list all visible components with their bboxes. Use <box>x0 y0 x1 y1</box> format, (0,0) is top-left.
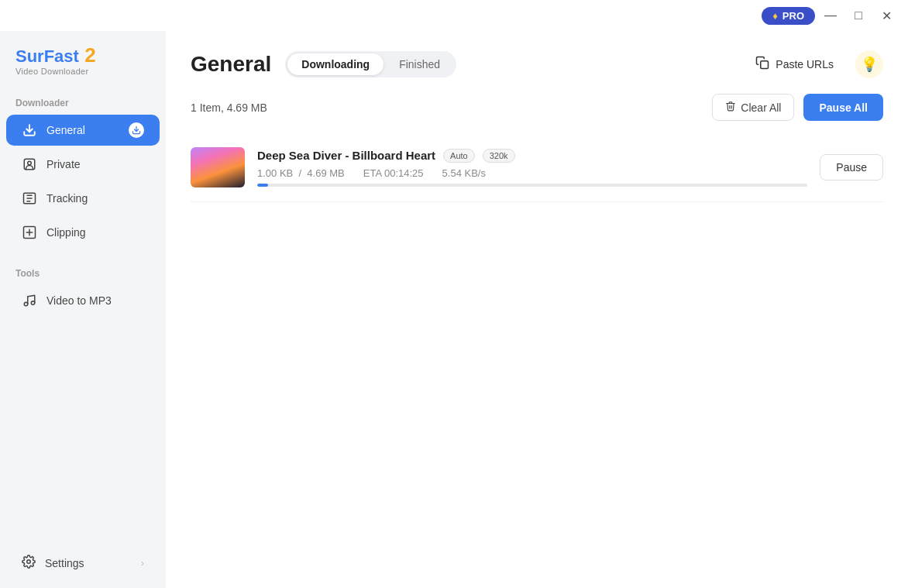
download-speed: 5.54 KB/s <box>442 167 486 179</box>
sidebar-video-mp3-label: Video to MP3 <box>46 294 112 307</box>
paste-urls-button[interactable]: Paste URLs <box>743 50 846 78</box>
pro-label: PRO <box>782 10 804 22</box>
sidebar-clipping-label: Clipping <box>46 226 86 239</box>
sidebar-item-clipping[interactable]: Clipping <box>6 217 160 248</box>
stats-text: 1 Item, 4.69 MB <box>191 101 267 114</box>
sidebar-general-label: General <box>46 124 85 136</box>
title-bar: ♦ PRO — □ ✕ <box>0 0 908 31</box>
download-action: Pause <box>820 154 883 181</box>
theme-toggle-button[interactable]: 💡 <box>855 50 883 78</box>
pause-button[interactable]: Pause <box>820 154 883 181</box>
settings-label: Settings <box>45 557 84 569</box>
main-layout: SurFast 2 Video Downloader Downloader Ge… <box>0 31 908 588</box>
sidebar-tracking-label: Tracking <box>46 192 88 205</box>
svg-point-6 <box>24 302 28 306</box>
settings-icon <box>22 555 36 571</box>
tab-downloading[interactable]: Downloading <box>287 53 383 75</box>
sidebar-item-private[interactable]: Private <box>6 149 160 180</box>
logo-text: SurFast 2 <box>15 45 150 65</box>
sidebar-settings[interactable]: Settings › <box>6 547 160 579</box>
sidebar-item-tracking[interactable]: Tracking <box>6 183 160 214</box>
sidebar: SurFast 2 Video Downloader Downloader Ge… <box>0 31 166 588</box>
downloader-section-label: Downloader <box>0 88 166 113</box>
content-header-right: Paste URLs 💡 <box>743 50 883 78</box>
thumbnail-image <box>191 147 245 187</box>
clear-all-button[interactable]: Clear All <box>712 94 794 121</box>
auto-badge: Auto <box>443 149 475 163</box>
general-download-badge <box>129 122 144 138</box>
chevron-right-icon: › <box>141 557 144 569</box>
maximize-button[interactable]: □ <box>846 3 871 28</box>
tools-section-label: Tools <box>0 259 166 284</box>
quality-badge: 320k <box>483 149 515 163</box>
tracking-icon <box>22 191 37 206</box>
trash-icon <box>725 101 736 114</box>
logo: SurFast 2 Video Downloader <box>0 31 166 88</box>
download-title: Deep Sea Diver - Billboard Heart <box>257 149 435 162</box>
tab-finished[interactable]: Finished <box>385 53 454 75</box>
stats-bar: 1 Item, 4.69 MB Clear All Pause All <box>191 94 883 121</box>
clear-all-label: Clear All <box>741 101 781 114</box>
page-title: General <box>191 52 271 77</box>
download-icon <box>22 122 37 138</box>
svg-point-3 <box>28 161 32 165</box>
download-list: Deep Sea Diver - Billboard Heart Auto 32… <box>191 133 883 202</box>
clipping-icon <box>22 225 37 240</box>
close-button[interactable]: ✕ <box>874 3 899 28</box>
download-eta: ETA 00:14:25 <box>363 167 424 179</box>
stats-actions: Clear All Pause All <box>712 94 883 121</box>
pause-all-button[interactable]: Pause All <box>803 94 883 121</box>
svg-point-7 <box>31 301 35 305</box>
paste-urls-label: Paste URLs <box>776 58 834 70</box>
svg-point-8 <box>27 560 31 564</box>
table-row: Deep Sea Diver - Billboard Heart Auto 32… <box>191 133 883 202</box>
content-area: General Downloading Finished Paste URLs <box>166 31 908 588</box>
sidebar-item-general[interactable]: General <box>6 115 160 146</box>
logo-surf: SurFast <box>15 46 79 66</box>
logo-subtitle: Video Downloader <box>15 67 150 76</box>
paste-icon <box>755 56 769 72</box>
tab-group: Downloading Finished <box>285 51 456 77</box>
lightbulb-icon: 💡 <box>861 56 878 73</box>
download-size: 1.00 KB / 4.69 MB <box>257 167 345 179</box>
download-progress <box>257 184 807 187</box>
pro-badge[interactable]: ♦ PRO <box>762 7 815 25</box>
progress-bar-fill <box>257 184 268 187</box>
sidebar-private-label: Private <box>46 158 81 170</box>
progress-bar-bg <box>257 184 807 187</box>
content-header: General Downloading Finished Paste URLs <box>191 50 883 78</box>
diamond-icon: ♦ <box>772 10 778 22</box>
download-title-row: Deep Sea Diver - Billboard Heart Auto 32… <box>257 149 807 163</box>
logo-2: 2 <box>79 43 96 67</box>
svg-rect-9 <box>761 61 769 69</box>
music-icon <box>22 293 37 308</box>
sidebar-bottom: Settings › <box>0 538 166 588</box>
content-header-left: General Downloading Finished <box>191 51 456 77</box>
download-thumbnail <box>191 147 245 187</box>
minimize-button[interactable]: — <box>818 3 843 28</box>
download-info: Deep Sea Diver - Billboard Heart Auto 32… <box>257 149 807 187</box>
private-icon <box>22 156 37 172</box>
download-meta: 1.00 KB / 4.69 MB ETA 00:14:25 5.54 KB/s <box>257 167 807 179</box>
sidebar-item-video-to-mp3[interactable]: Video to MP3 <box>6 285 160 316</box>
